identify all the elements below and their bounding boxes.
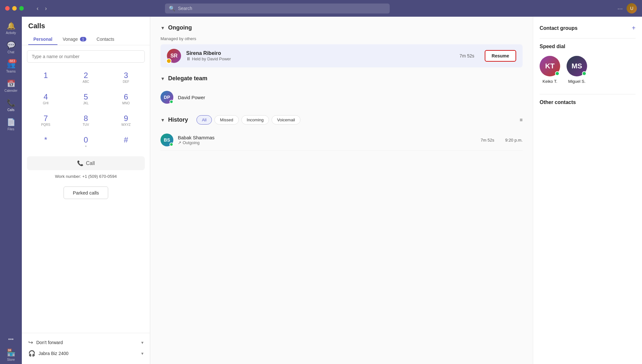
traffic-lights [5,6,24,11]
dial-key-8[interactable]: 8TUV [67,111,105,130]
ongoing-section: ▼ Ongoing Managed by others SR Sirena Ri… [160,24,523,67]
babak-avatar: BS [160,134,173,146]
nav-buttons: ‹ › [34,4,49,13]
device-control[interactable]: 🎧 Jabra Biz 2400 ▾ [28,348,143,359]
sidebar-item-activity[interactable]: 🔔 Activity [1,19,21,37]
on-hold-indicator [166,58,171,64]
dialpad-input[interactable] [27,50,145,63]
resume-button[interactable]: Resume [485,50,516,62]
filter-options-icon[interactable]: ≡ [520,117,523,123]
teams-icon-wrap: 👥 883 [7,60,15,69]
ongoing-call-card: SR Sirena Ribeiro ⏸ Held by David Power … [160,44,523,67]
speed-dial-item-miguel[interactable]: MS Miguel S. [567,56,587,84]
speed-dial-header: Speed dial [540,44,636,49]
miguel-name: Miguel S. [568,79,586,84]
dial-key-3[interactable]: 3DEF [107,68,145,87]
dial-key-0[interactable]: 0+ [67,132,105,151]
dial-key-9[interactable]: 9WXYZ [107,111,145,130]
speed-dial-title: Speed dial [540,44,565,49]
title-bar: ‹ › 🔍 ··· U [0,0,642,17]
back-button[interactable]: ‹ [34,4,41,13]
dial-key-1[interactable]: 1 [27,68,65,87]
dial-key-5[interactable]: 5JKL [67,89,105,108]
forward-label: Don't forward [36,340,63,345]
sidebar-label-teams: Teams [6,70,15,73]
forward-control[interactable]: ↪ Don't forward ▾ [28,337,143,348]
sirena-avatar: SR [167,49,181,63]
sidebar-item-calls[interactable]: 📞 Calls [1,96,21,114]
history-section: ▼ History All Missed Incoming Voicemail … [160,115,523,151]
history-chevron-icon[interactable]: ▼ [160,117,165,123]
activity-icon: 🔔 [7,22,15,30]
speed-dial-item-keiko[interactable]: KT Keiko T. [540,56,560,84]
forward-button[interactable]: › [42,4,49,13]
sidebar-item-chat[interactable]: 💬 Chat [1,39,21,56]
chat-icon: 💬 [7,41,15,49]
sidebar-item-teams[interactable]: 👥 883 Teams [1,58,21,76]
history-type: ↗ Outgoing [178,140,476,145]
tab-personal[interactable]: Personal [28,34,57,45]
close-button[interactable] [5,6,10,11]
divider-2 [540,94,636,94]
dial-key-2[interactable]: 2ABC [67,68,105,87]
device-label: Jabra Biz 2400 [39,351,68,356]
call-button-label: Call [86,160,95,166]
dialpad-section: 1 2ABC 3DEF 4GHI 5JKL 6MNO 7PQRS 8TUV 9W… [22,45,150,333]
user-avatar[interactable]: U [627,3,637,13]
dial-key-6[interactable]: 6MNO [107,89,145,108]
dial-key-4[interactable]: 4GHI [27,89,65,108]
main-content: ▼ Ongoing Managed by others SR Sirena Ri… [150,17,533,364]
search-icon: 🔍 [169,5,175,12]
forward-chevron-icon: ▾ [141,340,143,345]
delegate-section: ▼ Delegate team DP David Power [160,75,523,108]
minimize-button[interactable] [12,6,17,11]
history-time: 9:20 p.m. [505,138,523,143]
sidebar: 🔔 Activity 💬 Chat 👥 883 Teams 📅 Calender… [0,17,22,364]
babak-online-dot [169,143,173,146]
tab-contacts[interactable]: Contacts [91,34,119,45]
call-icon: 📞 [77,160,83,166]
divider-1 [540,38,636,39]
sidebar-item-more[interactable]: ••• [1,334,21,345]
sidebar-item-calendar[interactable]: 📅 Calender [1,77,21,95]
search-bar[interactable]: 🔍 [165,4,390,13]
caller-name: Sirena Ribeiro [186,50,455,56]
search-input[interactable] [178,6,386,11]
filter-incoming[interactable]: Incoming [241,115,269,125]
filter-voicemail[interactable]: Voicemail [272,115,300,125]
tab-bar: Personal Vonage 1 Contacts [28,34,143,45]
dial-key-star[interactable]: * [27,132,65,151]
tab-contacts-label: Contacts [97,37,114,42]
dial-key-hash[interactable]: # [107,132,145,151]
calendar-icon: 📅 [7,80,15,88]
call-button[interactable]: 📞 Call [27,156,145,170]
history-type-label: Outgoing [183,140,200,145]
ongoing-title: Ongoing [168,24,192,31]
filter-missed[interactable]: Missed [214,115,239,125]
vonage-badge: 1 [80,37,86,41]
left-panel-footer: ↪ Don't forward ▾ 🎧 Jabra Biz 2400 ▾ [22,333,150,364]
ongoing-header[interactable]: ▼ Ongoing [160,24,523,31]
history-item: BS Babak Shammas ↗ Outgoing 7m 52s 9:20 … [160,130,523,151]
history-duration: 7m 52s [481,138,494,143]
parked-calls-button[interactable]: Parked calls [64,186,108,199]
filter-all[interactable]: All [196,115,212,125]
more-options-button[interactable]: ··· [617,5,623,12]
delegate-header[interactable]: ▼ Delegate team [160,75,523,82]
left-panel-header: Calls Personal Vonage 1 Contacts [22,17,150,45]
call-status-text: Held by David Power [192,56,231,61]
maximize-button[interactable] [19,6,24,11]
dial-key-7[interactable]: 7PQRS [27,111,65,130]
work-number: Work number: +1 (509) 670-0594 [27,174,145,179]
teams-badge: 883 [8,59,17,63]
delegate-title: Delegate team [168,75,207,82]
sidebar-label-files: Files [7,127,14,131]
call-status: ⏸ Held by David Power [186,56,455,61]
sidebar-label-store: Store [7,358,15,361]
history-filters: All Missed Incoming Voicemail [196,115,300,125]
contact-groups-title: Contact groups [540,25,577,31]
tab-vonage[interactable]: Vonage 1 [57,34,91,45]
sidebar-item-store[interactable]: 🏪 Store [1,346,21,364]
sidebar-item-files[interactable]: 📄 Files [1,116,21,134]
add-contact-group-button[interactable]: + [632,24,636,32]
